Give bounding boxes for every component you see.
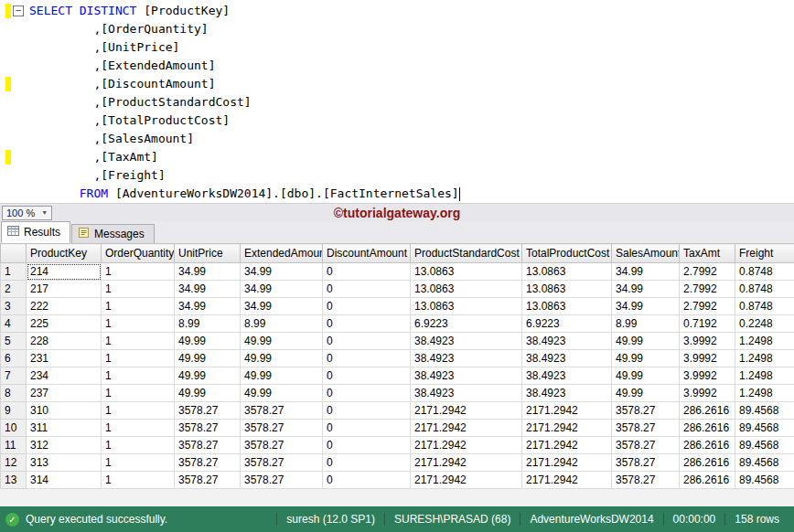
- grid-cell[interactable]: 2171.2942: [522, 454, 612, 472]
- grid-cell[interactable]: 8.99: [241, 315, 323, 333]
- grid-cell[interactable]: 3578.27: [612, 454, 680, 472]
- grid-cell[interactable]: 49.99: [612, 333, 680, 350]
- grid-cell[interactable]: 34.99: [241, 281, 323, 298]
- grid-corner-header[interactable]: [1, 244, 27, 263]
- grid-cell[interactable]: 0: [323, 437, 411, 454]
- editor-line[interactable]: ,[ProductStandardCost]: [0, 93, 794, 112]
- grid-cell[interactable]: 89.4568: [735, 402, 794, 420]
- grid-cell[interactable]: 2.7992: [680, 281, 735, 298]
- grid-cell[interactable]: 49.99: [175, 367, 241, 385]
- grid-cell[interactable]: 3578.27: [612, 472, 680, 489]
- grid-cell[interactable]: 1: [102, 437, 175, 454]
- editor-line[interactable]: ,[DiscountAmount]: [0, 75, 794, 93]
- grid-cell[interactable]: 3578.27: [241, 420, 323, 437]
- grid-cell[interactable]: 3578.27: [175, 454, 241, 472]
- grid-cell[interactable]: 234: [27, 367, 102, 385]
- grid-cell[interactable]: 2171.2942: [522, 420, 612, 437]
- row-number[interactable]: 10: [1, 420, 27, 437]
- column-header[interactable]: UnitPrice: [175, 244, 241, 263]
- grid-cell[interactable]: 1: [102, 298, 175, 315]
- row-number[interactable]: 7: [1, 367, 27, 385]
- grid-cell[interactable]: 2.7992: [680, 263, 735, 281]
- grid-cell[interactable]: 89.4568: [735, 437, 794, 454]
- grid-cell[interactable]: 0: [323, 281, 411, 298]
- grid-cell[interactable]: 49.99: [612, 367, 680, 385]
- row-number[interactable]: 9: [1, 402, 27, 420]
- grid-cell[interactable]: 314: [27, 472, 102, 489]
- collapse-region-icon[interactable]: −: [13, 5, 24, 16]
- grid-cell[interactable]: 2171.2942: [411, 437, 522, 454]
- grid-cell[interactable]: 13.0863: [522, 298, 612, 315]
- grid-cell[interactable]: 2171.2942: [522, 437, 612, 454]
- row-number[interactable]: 4: [1, 315, 27, 333]
- row-number[interactable]: 5: [1, 333, 27, 350]
- column-header[interactable]: ProductKey: [27, 244, 102, 263]
- grid-cell[interactable]: 13.0863: [411, 263, 522, 281]
- grid-cell[interactable]: 1.2498: [735, 333, 794, 350]
- grid-cell[interactable]: 217: [27, 281, 102, 298]
- grid-cell[interactable]: 0: [323, 454, 411, 472]
- grid-cell[interactable]: 3578.27: [241, 454, 323, 472]
- grid-cell[interactable]: 8.99: [612, 315, 680, 333]
- editor-line[interactable]: ,[SalesAmount]: [0, 130, 794, 148]
- editor-line[interactable]: ,[TaxAmt]: [0, 148, 794, 166]
- row-number[interactable]: 3: [1, 298, 27, 315]
- grid-cell[interactable]: 89.4568: [735, 472, 794, 489]
- grid-cell[interactable]: 1: [102, 402, 175, 420]
- grid-cell[interactable]: 13.0863: [411, 298, 522, 315]
- grid-cell[interactable]: 34.99: [175, 298, 241, 315]
- grid-cell[interactable]: 13.0863: [522, 281, 612, 298]
- grid-cell[interactable]: 34.99: [241, 298, 323, 315]
- editor-line[interactable]: ,[UnitPrice]: [0, 38, 794, 57]
- grid-cell[interactable]: 34.99: [175, 281, 241, 298]
- grid-cell[interactable]: 286.2616: [680, 437, 735, 454]
- grid-cell[interactable]: 0: [323, 298, 411, 315]
- grid-cell[interactable]: 38.4923: [522, 333, 612, 350]
- grid-cell[interactable]: 3578.27: [175, 437, 241, 454]
- grid-cell[interactable]: 1: [102, 454, 175, 472]
- grid-cell[interactable]: 0: [323, 315, 411, 333]
- editor-line[interactable]: ,[OrderQuantity]: [0, 20, 794, 38]
- grid-cell[interactable]: 225: [27, 315, 102, 333]
- row-number[interactable]: 6: [1, 350, 27, 367]
- grid-cell[interactable]: 34.99: [241, 263, 323, 281]
- grid-cell[interactable]: 3578.27: [241, 402, 323, 420]
- editor-line[interactable]: ,[Freight]: [0, 166, 794, 185]
- grid-cell[interactable]: 2171.2942: [411, 472, 522, 489]
- grid-cell[interactable]: 228: [27, 333, 102, 350]
- row-number[interactable]: 12: [1, 454, 27, 472]
- column-header[interactable]: TotalProductCost: [522, 244, 612, 263]
- grid-cell[interactable]: 38.4923: [411, 333, 522, 350]
- grid-cell[interactable]: 49.99: [175, 350, 241, 367]
- grid-cell[interactable]: 34.99: [612, 298, 680, 315]
- grid-cell[interactable]: 34.99: [175, 263, 241, 281]
- grid-cell[interactable]: 1: [102, 333, 175, 350]
- grid-cell[interactable]: 34.99: [612, 263, 680, 281]
- grid-cell[interactable]: 2171.2942: [522, 402, 612, 420]
- grid-cell[interactable]: 3.9992: [680, 367, 735, 385]
- column-header[interactable]: ProductStandardCost: [411, 244, 522, 263]
- grid-cell[interactable]: 3.9992: [680, 350, 735, 367]
- editor-line[interactable]: ,[ExtendedAmount]: [0, 57, 794, 75]
- grid-cell[interactable]: 1.2498: [735, 350, 794, 367]
- grid-cell[interactable]: 49.99: [241, 333, 323, 350]
- grid-cell[interactable]: 8.99: [175, 315, 241, 333]
- grid-cell[interactable]: 0: [323, 472, 411, 489]
- grid-cell[interactable]: 89.4568: [735, 420, 794, 437]
- grid-cell[interactable]: 49.99: [612, 350, 680, 367]
- grid-cell[interactable]: 1: [102, 472, 175, 489]
- grid-cell[interactable]: 0: [323, 367, 411, 385]
- grid-cell[interactable]: 0.8748: [735, 281, 794, 298]
- grid-cell[interactable]: 1.2498: [735, 367, 794, 385]
- grid-cell[interactable]: 0.7192: [680, 315, 735, 333]
- grid-cell[interactable]: 3578.27: [175, 472, 241, 489]
- grid-cell[interactable]: 38.4923: [522, 367, 612, 385]
- grid-cell[interactable]: 2171.2942: [411, 454, 522, 472]
- grid-cell[interactable]: 38.4923: [411, 385, 522, 402]
- grid-cell[interactable]: 3.9992: [680, 333, 735, 350]
- grid-cell[interactable]: 13.0863: [411, 281, 522, 298]
- grid-cell[interactable]: 3578.27: [241, 437, 323, 454]
- grid-cell[interactable]: 1: [102, 350, 175, 367]
- grid-cell[interactable]: 38.4923: [522, 350, 612, 367]
- grid-cell[interactable]: 0: [323, 333, 411, 350]
